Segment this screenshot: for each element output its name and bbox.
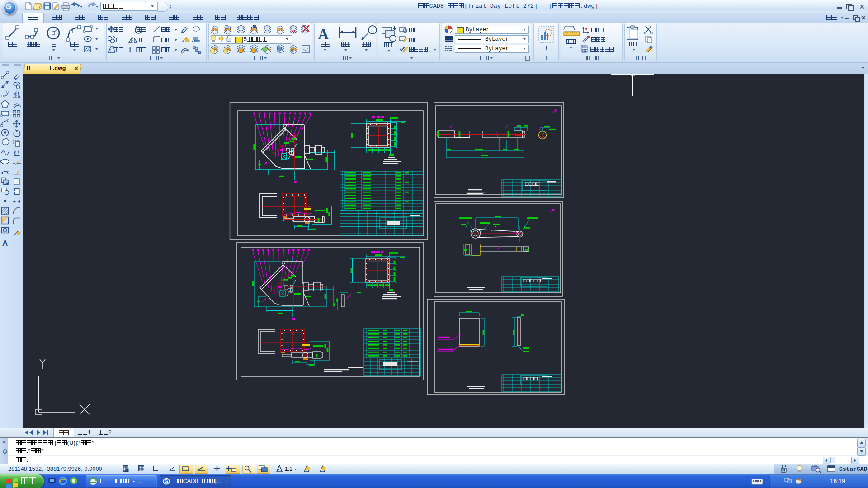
svg-text:A: A bbox=[318, 26, 329, 42]
svg-text:1:1: 1:1 bbox=[285, 466, 292, 472]
svg-text:A: A bbox=[2, 239, 8, 248]
svg-text:G: G bbox=[165, 479, 168, 484]
